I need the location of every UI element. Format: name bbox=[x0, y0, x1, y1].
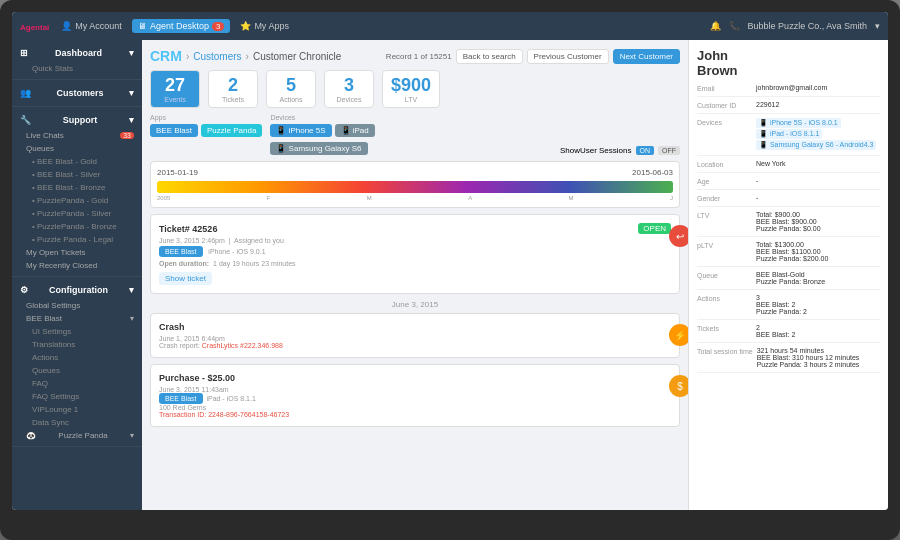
sidebar-puzzle-panda-bronze[interactable]: • PuzzlePanda - Bronze bbox=[12, 220, 142, 233]
sidebar-ui-settings[interactable]: UI Settings bbox=[12, 325, 142, 338]
chevron-icon3: ▾ bbox=[129, 115, 134, 125]
toggle-on-btn[interactable]: ON bbox=[636, 146, 655, 155]
crash-action-btn[interactable]: ⚡ bbox=[669, 324, 688, 346]
location-label: Location bbox=[697, 160, 752, 168]
my-account-label: My Account bbox=[75, 21, 122, 31]
session-label: Total session time bbox=[697, 347, 753, 368]
sidebar-data-sync[interactable]: Data Sync bbox=[12, 416, 142, 429]
ticket-action-btn[interactable]: ↩ bbox=[669, 225, 688, 247]
sidebar-puzzle-panda-silver[interactable]: • PuzzlePanda - Silver bbox=[12, 207, 142, 220]
record-info: Record 1 of 15251 bbox=[386, 52, 452, 61]
crash-report-link[interactable]: CrashLytics #222.346.988 bbox=[202, 342, 283, 349]
devices-tags: 📱 iPhone 5S 📱 iPad bbox=[270, 124, 374, 137]
sidebar-support-label: Support bbox=[63, 115, 98, 125]
sidebar-customers-label: Customers bbox=[56, 88, 103, 98]
session-toggle: ShowUser Sessions ON OFF bbox=[560, 146, 680, 155]
sidebar-vip-lounge[interactable]: VIPLounge 1 bbox=[12, 403, 142, 416]
my-apps-nav[interactable]: ⭐ My Apps bbox=[240, 21, 289, 31]
customer-id-label: Customer ID bbox=[697, 101, 752, 109]
pltv-label: pLTV bbox=[697, 241, 752, 262]
sidebar-translations[interactable]: Translations bbox=[12, 338, 142, 351]
back-to-search-button[interactable]: Back to search bbox=[456, 49, 523, 64]
devices-row: Devices 📱 iPhone 5S - iOS 8.0.1 📱 iPad -… bbox=[697, 118, 880, 156]
tickets-label: Tickets bbox=[217, 96, 249, 103]
timeline-bar[interactable] bbox=[157, 181, 673, 193]
chevron-icon2: ▾ bbox=[129, 88, 134, 98]
sidebar-bee-blast-gold[interactable]: • BEE Blast - Gold bbox=[12, 155, 142, 168]
customer-id-row: Customer ID 229612 bbox=[697, 101, 880, 114]
apps-label: Apps bbox=[150, 114, 262, 121]
my-account-nav[interactable]: 👤 My Account bbox=[61, 21, 122, 31]
ticket-status-badge: OPEN bbox=[638, 223, 671, 234]
ticket-card: Ticket# 42526 OPEN June 3, 2015 2:46pm |… bbox=[150, 214, 680, 294]
device-3: 📱 Samsung Galaxy S6 - Android4.3 bbox=[756, 140, 876, 150]
agent-desktop-nav[interactable]: 🖥 Agent Desktop 3 bbox=[132, 19, 231, 33]
account-icon: 👤 bbox=[61, 21, 72, 31]
sidebar-configuration[interactable]: ⚙ Configuration ▾ bbox=[12, 281, 142, 299]
chevron-icon: ▾ bbox=[129, 48, 134, 58]
phone-icon[interactable]: 📞 bbox=[729, 21, 740, 31]
breadcrumb-customers[interactable]: Customers bbox=[193, 51, 241, 62]
show-ticket-button[interactable]: Show ticket bbox=[159, 272, 212, 285]
purchase-app-tag: BEE Blast bbox=[159, 393, 203, 404]
queue-row: Queue BEE Blast-Gold Puzzle Panda: Bronz… bbox=[697, 271, 880, 290]
sidebar-open-tickets[interactable]: My Open Tickets bbox=[12, 246, 142, 259]
crash-report: Crash report: CrashLytics #222.346.988 bbox=[159, 342, 671, 349]
sidebar-faq[interactable]: FAQ bbox=[12, 377, 142, 390]
prev-customer-button[interactable]: Previous Customer bbox=[527, 49, 609, 64]
sidebar-faq-settings[interactable]: FAQ Settings bbox=[12, 390, 142, 403]
sidebar-recently-closed[interactable]: My Recently Closed bbox=[12, 259, 142, 272]
toggle-off-btn[interactable]: OFF bbox=[658, 146, 680, 155]
location-value: New York bbox=[756, 160, 880, 168]
purchase-action-btn[interactable]: $ bbox=[669, 375, 688, 397]
nav-items: 👤 My Account 🖥 Agent Desktop 3 ⭐ My Apps bbox=[61, 19, 709, 33]
sidebar-actions[interactable]: Actions bbox=[12, 351, 142, 364]
logo: Agentai bbox=[20, 20, 49, 32]
breadcrumb-right: Record 1 of 15251 Back to search Previou… bbox=[386, 49, 680, 64]
devices-col-label: Devices bbox=[270, 114, 374, 121]
sidebar-live-chats-label: Live Chats bbox=[26, 131, 64, 140]
devices-label: Devices bbox=[333, 96, 365, 103]
sidebar-live-chats[interactable]: Live Chats 33 bbox=[12, 129, 142, 142]
devices-number: 3 bbox=[333, 75, 365, 96]
sidebar-queues2[interactable]: Queues bbox=[12, 364, 142, 377]
notification-icon[interactable]: 🔔 bbox=[710, 21, 721, 31]
chevron-down-icon[interactable]: ▾ bbox=[875, 21, 880, 31]
session-row: Total session time 321 hours 54 minutes … bbox=[697, 347, 880, 373]
sidebar-queues[interactable]: Queues bbox=[12, 142, 142, 155]
device-1: 📱 iPhone 5S - iOS 8.0.1 bbox=[756, 118, 841, 128]
device-2: 📱 iPad - iOS 8.1.1 bbox=[756, 129, 822, 139]
sidebar-bee-blast-bronze[interactable]: • BEE Blast - Bronze bbox=[12, 181, 142, 194]
gender-value: - bbox=[756, 194, 880, 202]
desktop-icon: 🖥 bbox=[138, 21, 147, 31]
show-sessions-label: ShowUser Sessions bbox=[560, 146, 632, 155]
crash-card: Crash June 1, 2015 6:44pm Crash report: … bbox=[150, 313, 680, 358]
right-panel: John Brown Email johnbrown@gmail.com Cus… bbox=[688, 40, 888, 510]
sidebar-puzzle-panda-gold[interactable]: • PuzzlePanda - Gold bbox=[12, 194, 142, 207]
sidebar-quick-stats[interactable]: Quick Stats bbox=[12, 62, 142, 75]
sidebar-bee-blast-silver[interactable]: • BEE Blast - Silver bbox=[12, 168, 142, 181]
sidebar-customers[interactable]: 👥 Customers ▾ bbox=[12, 84, 142, 102]
ticket-device: iPhone - iOS 9.0.1 bbox=[208, 248, 265, 255]
main-layout: ⊞ Dashboard ▾ Quick Stats 👥 Customers ▾ bbox=[12, 40, 888, 510]
customer-first-name: John bbox=[697, 48, 728, 63]
sidebar-bee-blast[interactable]: BEE Blast ▾ bbox=[12, 312, 142, 325]
sidebar-puzzle-panda-legal[interactable]: • Puzzle Panda - Legal bbox=[12, 233, 142, 246]
events-number: 27 bbox=[159, 75, 191, 96]
age-row: Age - bbox=[697, 177, 880, 190]
events-label: Events bbox=[159, 96, 191, 103]
sidebar-dashboard[interactable]: ⊞ Dashboard ▾ bbox=[12, 44, 142, 62]
sidebar-global-settings[interactable]: Global Settings bbox=[12, 299, 142, 312]
actions-number: 5 bbox=[275, 75, 307, 96]
next-customer-button[interactable]: Next Customer bbox=[613, 49, 680, 64]
device-ipad-tag: 📱 iPad bbox=[335, 124, 375, 137]
timeline-dates: 2015-01-19 2015-06-03 bbox=[157, 168, 673, 177]
screen: Agentai 👤 My Account 🖥 Agent Desktop 3 ⭐… bbox=[12, 12, 888, 510]
chevron-icon6: ▾ bbox=[130, 431, 134, 440]
sidebar-puzzle-panda[interactable]: 🐼 Puzzle Panda ▾ bbox=[12, 429, 142, 442]
config-icon: ⚙ bbox=[20, 285, 28, 295]
ltv-number: $900 bbox=[391, 75, 431, 96]
ltv-row: LTV Total: $900.00 BEE Blast: $900.00 Pu… bbox=[697, 211, 880, 237]
sidebar-support[interactable]: 🔧 Support ▾ bbox=[12, 111, 142, 129]
rp-tickets-label: Tickets bbox=[697, 324, 752, 338]
